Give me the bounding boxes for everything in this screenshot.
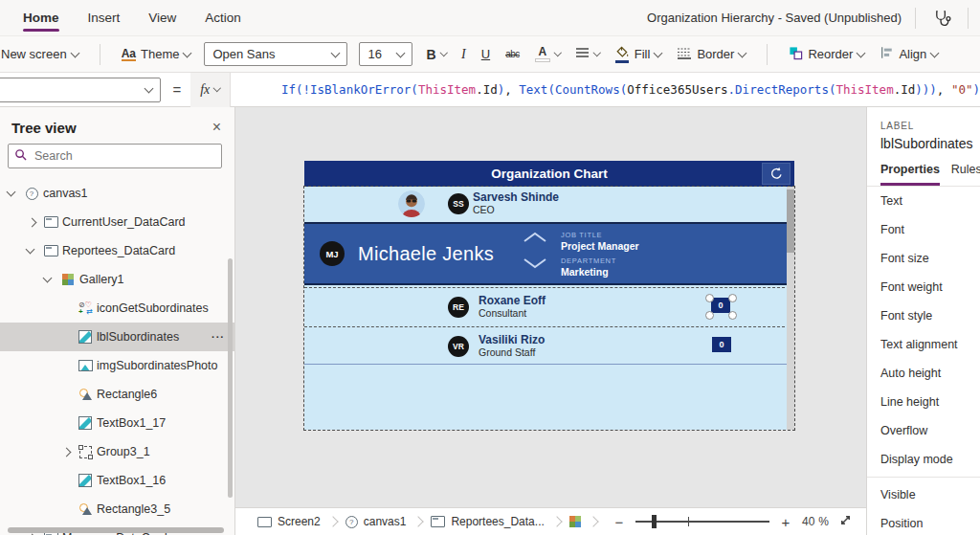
- border-label: Border: [697, 47, 734, 61]
- property-row-visible[interactable]: Visible: [867, 480, 980, 509]
- property-row-display-mode[interactable]: Display mode: [867, 445, 980, 474]
- gallery-icon: [569, 516, 581, 527]
- gallery-control[interactable]: SS Sarvesh Shinde CEO MJ Michaele Jenks …: [304, 187, 794, 430]
- org-chart-header[interactable]: Organization Chart: [304, 161, 794, 187]
- property-row-position[interactable]: Position: [867, 509, 980, 535]
- chevron-right-icon[interactable]: [28, 217, 37, 227]
- tree-item-rectangle6[interactable]: Rectangle6: [0, 380, 234, 409]
- tree-item-canvas1[interactable]: canvas1: [0, 179, 234, 208]
- tree-item-group3-1[interactable]: Group3_1: [0, 437, 234, 466]
- font-color-button[interactable]: A: [527, 36, 568, 73]
- fx-button[interactable]: fx: [190, 73, 231, 107]
- chevron-down-icon: [70, 48, 79, 57]
- tab-properties[interactable]: Properties: [880, 163, 940, 186]
- breadcrumb-canvas1[interactable]: canvas1: [337, 515, 415, 528]
- shape-icon: [79, 503, 92, 515]
- chevron-down-icon[interactable]: [7, 188, 16, 197]
- formula-token: ,: [504, 82, 519, 97]
- tree-item-gallery1[interactable]: Gallery1: [0, 265, 234, 294]
- gallery-row-subordinate[interactable]: RE Roxane Eoff Consultant 0: [304, 287, 794, 325]
- gallery-scrollbar[interactable]: [787, 187, 794, 430]
- zoom-out-button[interactable]: −: [612, 514, 626, 530]
- zoom-slider[interactable]: [635, 514, 769, 529]
- selection-handle[interactable]: [728, 294, 737, 302]
- reorder-icon: [789, 46, 803, 63]
- gallery-row-selected-person[interactable]: MJ Michaele Jenks JOB TITLE Project Mana…: [304, 222, 794, 285]
- property-row-text-alignment[interactable]: Text alignment: [867, 330, 980, 359]
- tab-action[interactable]: Action: [205, 0, 241, 36]
- breadcrumb-gallery1[interactable]: [561, 516, 590, 527]
- fit-to-window-icon[interactable]: [838, 513, 853, 530]
- zoom-in-button[interactable]: +: [779, 514, 792, 530]
- property-dropdown[interactable]: [0, 78, 161, 102]
- slider-thumb[interactable]: [652, 515, 657, 528]
- shape-icon: [79, 389, 92, 400]
- chevron-down-icon[interactable]: [43, 274, 53, 283]
- fill-button[interactable]: Fill: [608, 36, 670, 73]
- chevron-up-icon[interactable]: [523, 230, 547, 247]
- tree-item-lblsubordinates[interactable]: lblSubordinates ···: [0, 323, 234, 351]
- property-row-overflow[interactable]: Overflow: [867, 416, 980, 445]
- chevron-down-icon[interactable]: [26, 245, 35, 255]
- chevron-down-icon[interactable]: [523, 256, 547, 273]
- theme-label: Theme: [141, 47, 179, 61]
- tab-rules[interactable]: Rules: [951, 163, 980, 186]
- new-screen-button[interactable]: New screen: [0, 36, 86, 73]
- tree-item-icongetsubordinates[interactable]: ⊘♡+⇄ iconGetSubordinates: [0, 294, 234, 323]
- app-checker-icon[interactable]: [929, 9, 954, 27]
- breadcrumb-screen2[interactable]: Screen2: [249, 515, 329, 528]
- font-size-select[interactable]: 16: [359, 42, 412, 66]
- property-row-font[interactable]: Font: [867, 215, 980, 244]
- selection-handle[interactable]: [728, 311, 737, 320]
- selection-handle[interactable]: [705, 294, 714, 302]
- tree-item-currentuser-datacard[interactable]: CurrentUser_DataCard: [0, 208, 234, 236]
- reorder-button[interactable]: Reorder: [781, 36, 872, 73]
- subordinates-count-label[interactable]: 0: [711, 298, 730, 313]
- property-row-font-size[interactable]: Font size: [867, 244, 980, 273]
- tree-item-reportees-datacard[interactable]: Reportees_DataCard: [0, 236, 234, 265]
- tree-horizontal-scrollbar[interactable]: [8, 527, 224, 533]
- more-options-icon[interactable]: ···: [212, 331, 225, 343]
- property-row-text[interactable]: Text: [867, 187, 980, 215]
- initials-badge: MJ: [320, 241, 345, 266]
- initials-badge: SS: [448, 193, 469, 214]
- property-row-line-height[interactable]: Line height: [867, 388, 980, 416]
- control-type-label: LABEL: [867, 107, 980, 131]
- tab-insert[interactable]: Insert: [88, 0, 121, 36]
- bold-button[interactable]: B: [418, 36, 454, 73]
- close-icon[interactable]: ×: [212, 119, 221, 136]
- theme-icon: Aa: [122, 48, 136, 61]
- tree-search-box[interactable]: [8, 144, 222, 168]
- gallery-row-ceo[interactable]: SS Sarvesh Shinde CEO: [304, 187, 794, 221]
- align-button[interactable]: Align: [872, 36, 946, 73]
- tab-home[interactable]: Home: [23, 0, 59, 36]
- design-canvas[interactable]: Organization Chart SS Sarvesh Shinde CEO: [235, 107, 866, 507]
- text-align-button[interactable]: [568, 36, 608, 73]
- chevron-right-icon[interactable]: [62, 447, 72, 457]
- tree-item-rectangle3-5[interactable]: Rectangle3_5: [0, 495, 234, 524]
- theme-button[interactable]: Aa Theme: [114, 36, 199, 73]
- property-row-auto-height[interactable]: Auto height: [867, 359, 980, 388]
- gallery-row-subordinate[interactable]: VR Vasiliki Rizo Ground Staff 0: [304, 326, 794, 365]
- formula-input[interactable]: If(!IsBlankOrError(ThisItem.Id), Text(Co…: [238, 68, 980, 111]
- tree-item-label: Rectangle6: [97, 388, 157, 401]
- border-button[interactable]: Border: [669, 36, 753, 73]
- property-row-font-style[interactable]: Font style: [867, 301, 980, 330]
- subordinates-count-label[interactable]: 0: [712, 337, 731, 352]
- italic-button[interactable]: I: [454, 36, 474, 73]
- datacard-icon: [44, 245, 58, 256]
- underline-button[interactable]: U: [474, 36, 498, 73]
- strikethrough-button[interactable]: abc: [498, 36, 527, 73]
- tree-item-textbox1-16[interactable]: TextBox1_16: [0, 466, 234, 495]
- property-row-font-weight[interactable]: Font weight: [867, 273, 980, 301]
- tree-item-textbox1-17[interactable]: TextBox1_17: [0, 409, 234, 437]
- search-input[interactable]: [33, 148, 215, 164]
- tree-item-imgsubordinatesphoto[interactable]: imgSubordinatesPhoto: [0, 351, 234, 380]
- breadcrumb-reportees-datacard[interactable]: Reportees_Data...: [422, 515, 552, 528]
- scrollbar-thumb[interactable]: [787, 189, 794, 253]
- refresh-button[interactable]: [762, 163, 791, 185]
- font-name-select[interactable]: Open Sans: [204, 42, 347, 66]
- selection-handle[interactable]: [705, 311, 714, 320]
- tab-view[interactable]: View: [148, 0, 176, 36]
- tree-vertical-scrollbar[interactable]: [228, 258, 233, 498]
